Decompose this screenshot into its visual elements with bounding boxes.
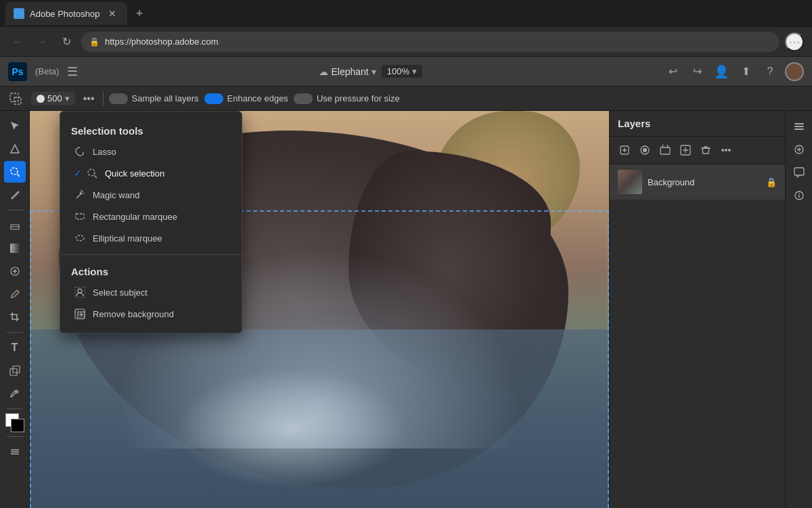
pressure-toggle-btn[interactable] [294,93,313,104]
rect-marquee-item[interactable]: Rectangular marquee [63,206,239,227]
brush-icon [9,189,20,200]
mask-button[interactable] [635,141,654,160]
svg-point-3 [11,168,18,175]
heal-tool-button[interactable] [4,260,26,282]
right-icon-strip [785,111,812,508]
browser-chrome: Ps Adobe Photoshop ✕ + ← → ↻ 🔒 https://p… [0,0,812,57]
main-content: T [0,111,812,508]
adjustments-button[interactable] [789,139,809,160]
svg-point-47 [798,193,800,194]
account-button[interactable]: 👤 [712,62,731,81]
quick-sel-icon [9,166,20,177]
browser-more-button[interactable]: ⋯ [785,32,804,51]
brush-tool-button[interactable] [4,184,26,206]
add-selection-button[interactable] [5,91,26,106]
layer-style-button[interactable] [656,141,675,160]
adjustment-button[interactable] [676,141,695,160]
enhance-toggle[interactable] [204,93,223,104]
panel-section-title: Selection tools [60,120,242,141]
active-tab[interactable]: Ps Adobe Photoshop ✕ [5,2,127,25]
pen-icon [9,388,20,399]
svg-marker-2 [11,145,19,153]
arrange-tool-button[interactable] [4,441,26,463]
magic-wand-item[interactable]: Magic wand [63,184,239,206]
heal-icon [9,266,20,277]
delete-layer-button[interactable] [696,141,715,160]
color-swatches[interactable] [5,413,24,432]
undo-button[interactable]: ↩ [663,62,682,81]
quick-selection-label: Quick selection [105,168,164,179]
back-button[interactable]: ← [8,32,27,51]
file-name: ☁ Elephant ▾ [319,66,376,77]
forward-button[interactable]: → [32,32,51,51]
remove-bg-label: Remove background [93,309,174,319]
select-tool-button[interactable] [4,115,26,137]
lasso-icon [74,145,86,158]
text-icon: T [12,342,18,354]
cloud-icon: ☁ [319,66,328,77]
background-layer[interactable]: Background 🔒 [610,164,785,200]
lasso-tool-item[interactable]: Lasso [63,141,239,162]
select-subject-label: Select subject [93,287,148,298]
quick-selection-item[interactable]: ✓ Quick selection [63,162,239,184]
rect-marquee-icon [74,210,86,223]
eraser-tool-button[interactable] [4,214,26,236]
shape-tool-button[interactable] [4,138,26,160]
background-color[interactable] [11,419,24,432]
brush-size-control[interactable]: 500 ▾ [31,92,75,105]
crop-tool-button[interactable] [4,306,26,328]
info-button[interactable] [789,185,809,206]
help-button[interactable]: ? [761,62,780,81]
new-tab-button[interactable]: + [130,4,149,23]
select-subject-item[interactable]: Select subject [63,281,239,303]
layers-header: Layers [610,111,785,137]
comment-button[interactable] [789,162,809,183]
svg-point-36 [643,148,647,152]
rect-marquee-label: Rectangular marquee [93,212,177,222]
select-icon [9,120,20,131]
refresh-button[interactable]: ↻ [57,32,76,51]
quick-selection-tool-button[interactable] [4,161,26,183]
zoom-control[interactable]: 100% ▾ [382,65,422,78]
svg-rect-41 [794,126,804,127]
gradient-tool-button[interactable] [4,237,26,259]
redo-button[interactable]: ↪ [687,62,706,81]
add-layer-button[interactable] [615,141,634,160]
magic-wand-icon [74,189,86,201]
tab-title: Adobe Photoshop [30,9,100,19]
eyedropper-icon [9,289,20,300]
canvas-area[interactable]: Selection tools Lasso ✓ [30,111,609,508]
arrange-icon [9,446,20,457]
shape-2-tool-button[interactable] [4,360,26,382]
layers-panel: Layers ••• [609,111,785,508]
separator [103,92,104,106]
sample-all-layers-toggle: Sample all layers [109,93,199,104]
layers-title: Layers [618,118,650,129]
panel-divider [60,254,242,255]
svg-rect-11 [13,366,20,373]
share-button[interactable]: ⬆ [736,62,755,81]
sample-toggle[interactable] [109,93,128,104]
svg-rect-42 [794,129,804,130]
eyedropper-tool-button[interactable] [4,283,26,305]
pen-tool-button[interactable] [4,383,26,405]
hamburger-menu[interactable]: ☰ [67,64,78,79]
text-tool-button[interactable]: T [4,337,26,359]
avatar[interactable] [785,62,804,81]
layer-thumb-image [618,170,642,194]
app-header: Ps (Beta) ☰ ☁ Elephant ▾ 100% ▾ ↩ ↪ 👤 ⬆ … [0,57,812,87]
address-bar[interactable]: 🔒 https://photoshop.adobe.com [81,32,780,52]
beta-label: (Beta) [35,66,59,76]
svg-rect-10 [10,369,17,375]
header-center: ☁ Elephant ▾ 100% ▾ [86,65,655,78]
more-options-button[interactable]: ••• [81,91,97,106]
ellipse-marquee-item[interactable]: Elliptical marquee [63,227,239,249]
ps-logo: Ps [8,62,27,81]
layers-toolbar: ••• [610,137,785,164]
remove-background-item[interactable]: Remove background [63,303,239,325]
toolbar-separator-4 [7,436,23,437]
tab-close-button[interactable]: ✕ [106,7,119,20]
layers-panel-toggle[interactable] [789,116,809,137]
lock-icon: 🔒 [89,37,99,47]
layers-more-button[interactable]: ••• [717,141,736,160]
